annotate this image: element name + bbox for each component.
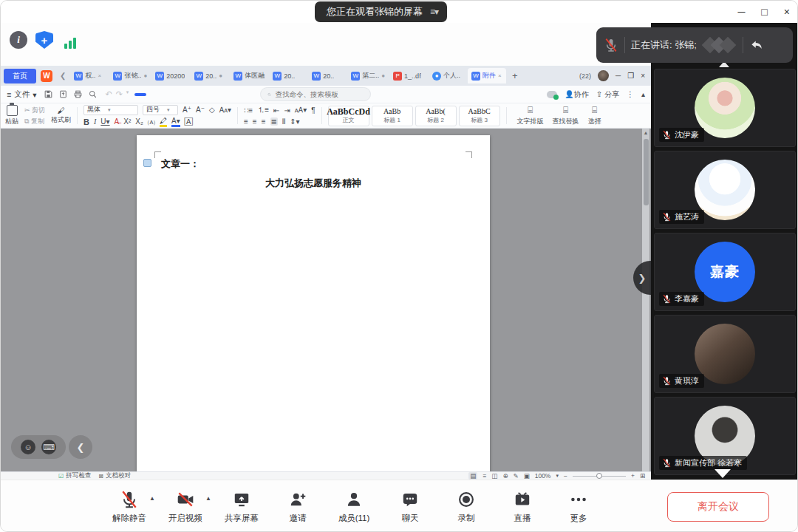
style-chip[interactable]: AaBb( 标题 2 — [415, 106, 457, 126]
char-shading-icon[interactable]: 🄰 — [185, 117, 193, 126]
close-button[interactable]: × — [784, 4, 790, 20]
new-tab-button[interactable]: + — [508, 70, 522, 81]
save-icon[interactable] — [44, 89, 53, 99]
toolbar-item[interactable]: 解除静音 ▲ — [101, 485, 157, 529]
leave-meeting-button[interactable]: 离开会议 — [667, 492, 769, 522]
superscript-icon[interactable]: X² — [123, 117, 131, 126]
wps-doc-tab[interactable]: W 20.. ● × — [191, 68, 229, 83]
wps-doc-tab[interactable]: P 1_..df ● × — [389, 68, 428, 83]
wps-doc-tab[interactable]: W 第二.. ● × — [347, 68, 389, 83]
line-spacing-icon[interactable]: ⇕▾ — [290, 117, 299, 126]
wps-logo-icon[interactable]: W — [41, 70, 52, 82]
participant-tile[interactable]: 黄琪淳 — [654, 315, 796, 393]
close-tab-icon[interactable]: × — [98, 72, 101, 79]
highlight-color-icon[interactable]: 🖍 — [160, 117, 167, 127]
wps-doc-tab[interactable]: W 体医融 ● × — [230, 68, 268, 83]
watching-banner[interactable]: 您正在观看张锦的屏幕 ≡▾ — [315, 1, 447, 22]
document-page[interactable]: 文章一： 大力弘扬志愿服务精神 — [137, 135, 490, 471]
collapse-ribbon-icon[interactable]: ▴ — [641, 90, 645, 98]
preview-icon[interactable] — [88, 89, 98, 99]
wps-home-tab[interactable]: 首页 — [4, 69, 36, 83]
document-scrollbar[interactable]: ▲ — [642, 129, 649, 471]
wps-close-button[interactable]: × — [641, 72, 645, 80]
shrink-font-icon[interactable]: A⁻ — [196, 106, 205, 114]
fullscreen-icon[interactable]: ⊞ — [640, 472, 645, 480]
history-caret-icon[interactable]: ▾ — [126, 89, 129, 99]
tab-back-icon[interactable]: ❮ — [57, 72, 69, 80]
emoji-icon[interactable]: ☺ — [21, 440, 35, 454]
text-direction-icon[interactable]: 🗚▾ — [295, 106, 307, 115]
ribbon-tab[interactable] — [161, 93, 173, 96]
text-effects-icon[interactable]: 🗛▾ — [219, 106, 231, 115]
format-painter-button[interactable]: 🖌 格式刷 — [51, 105, 71, 126]
scroll-up-icon[interactable]: ▲ — [642, 130, 649, 135]
toolbar-item[interactable]: 更多 ▲ — [550, 485, 607, 529]
grow-font-icon[interactable]: A⁺ — [183, 106, 191, 114]
toolbar-item[interactable]: 共享屏幕 ▲ — [214, 485, 270, 529]
caret-icon[interactable]: ▲ — [149, 495, 155, 502]
numbered-list-icon[interactable]: ⒈≡ — [257, 105, 269, 115]
tool-button[interactable]: ⌸ 选择 — [584, 105, 606, 126]
zoom-slider-knob[interactable] — [596, 473, 602, 479]
clear-format-icon[interactable]: ◇ — [209, 106, 215, 114]
command-search[interactable] — [260, 87, 371, 101]
command-search-input[interactable] — [275, 90, 364, 98]
close-tab-icon[interactable]: × — [498, 72, 502, 79]
wps-minimize-button[interactable]: ─ — [615, 72, 621, 80]
font-color-icon[interactable]: A▾ — [171, 117, 180, 127]
style-chip[interactable]: AaBbC 标题 3 — [459, 106, 500, 126]
justify-icon[interactable]: ≣ — [270, 117, 278, 126]
underline-icon[interactable]: U▾ — [100, 117, 109, 126]
align-left-icon[interactable]: ≡ — [244, 117, 248, 126]
distribute-icon[interactable]: ⫴ — [282, 117, 285, 126]
align-center-icon[interactable]: ≡ — [253, 117, 257, 126]
reaction-pill[interactable]: ☺ ⌨ — [11, 435, 66, 459]
file-menu[interactable]: ≡ 文件 ▾ — [7, 89, 36, 100]
ribbon-tab[interactable] — [201, 93, 213, 96]
ribbon-tab[interactable] — [174, 93, 186, 96]
italic-icon[interactable]: I — [94, 117, 96, 126]
zoom-value[interactable]: 100% — [535, 472, 551, 480]
para-mark-icon[interactable]: ¶ — [311, 106, 315, 115]
collapse-pill-icon[interactable]: ❮ — [69, 435, 92, 459]
ribbon-tab[interactable] — [134, 93, 146, 96]
keyboard-icon[interactable]: ⌨ — [41, 440, 56, 454]
toolbar-item[interactable]: 录制 ▲ — [438, 485, 494, 529]
account-avatar[interactable] — [598, 70, 609, 81]
wps-doc-tab[interactable]: W 权.. ● × — [70, 68, 109, 83]
ribbon-tab[interactable] — [241, 93, 253, 96]
strikethrough-icon[interactable]: A̶ — [115, 117, 120, 126]
wps-doc-tab[interactable]: W 20.. ● × — [308, 68, 347, 83]
tab-count-badge[interactable]: (22) — [579, 72, 591, 80]
ribbon-tab[interactable] — [188, 93, 200, 96]
toolbar-item[interactable]: 聊天 ▲ — [382, 485, 438, 529]
info-icon[interactable]: i — [10, 31, 27, 49]
zoom-caret-icon[interactable]: ▾ — [556, 473, 559, 479]
participant-tile[interactable]: 嘉豪 李嘉豪 — [654, 233, 796, 311]
cloud-sync-icon[interactable] — [547, 91, 557, 98]
subscript-icon[interactable]: X₂ — [135, 117, 143, 126]
ribbon-tab[interactable] — [228, 93, 239, 96]
print-icon[interactable] — [73, 89, 83, 99]
participant-tile[interactable]: 沈伊豪 — [654, 69, 796, 147]
bold-icon[interactable]: B — [83, 117, 89, 126]
cut-button[interactable]: ✂ 剪切 — [24, 106, 45, 115]
collab-button[interactable]: 👤协作 — [565, 89, 588, 100]
toolbar-item[interactable]: 开启视频 ▲ — [157, 485, 214, 529]
view-ink-icon[interactable]: ✎ — [514, 472, 519, 480]
copy-button[interactable]: ⧉ 复制 — [24, 117, 45, 126]
fit-page-icon[interactable]: ▣ — [524, 472, 530, 480]
zoom-out-button[interactable]: − — [564, 472, 567, 480]
undo-icon[interactable]: ↶ — [105, 89, 112, 99]
caret-icon[interactable]: ▲ — [205, 495, 211, 502]
participant-tile[interactable]: 新闻宣传部 徐若寒 — [654, 397, 796, 475]
style-chip[interactable]: AaBb 标题 1 — [372, 106, 413, 126]
wps-doc-tab[interactable]: ● 个人.. ● × — [429, 68, 467, 83]
bullet-list-icon[interactable]: ∷≡ — [244, 106, 253, 115]
toolbar-item[interactable]: 成员(11) ▲ — [326, 485, 382, 529]
font-size-select[interactable]: 四号▾ — [143, 105, 178, 115]
participant-tile[interactable]: 施艺涛 — [654, 151, 796, 229]
banner-menu-icon[interactable]: ≡▾ — [430, 7, 438, 17]
wps-doc-tab[interactable]: W 20200 ● × — [151, 68, 190, 83]
ribbon-tab[interactable] — [148, 93, 160, 96]
